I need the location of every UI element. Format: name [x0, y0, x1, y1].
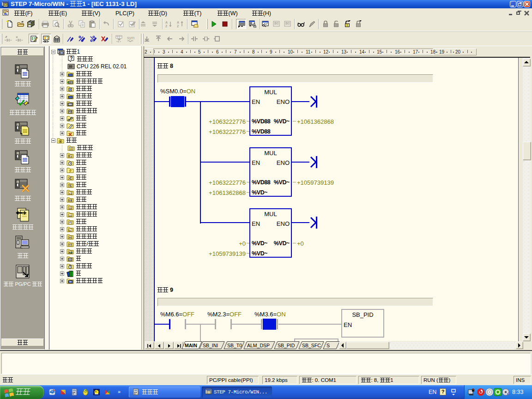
svg-text:10: 10 — [69, 207, 72, 210]
svg-text:fx: fx — [69, 229, 71, 232]
svg-text:MAIN: MAIN — [185, 343, 197, 348]
svg-text:?: ? — [70, 56, 73, 61]
svg-text:AB: AB — [69, 251, 73, 254]
svg-text:S: S — [326, 343, 330, 348]
svg-text:SB_PID: SB_PID — [278, 343, 295, 348]
svg-text:SB_INI: SB_INI — [203, 343, 218, 348]
svg-text:+1: +1 — [69, 192, 73, 195]
svg-text:SB_T0: SB_T0 — [227, 343, 242, 348]
svg-text:Z: Z — [177, 24, 179, 28]
svg-text:A: A — [165, 21, 168, 24]
svg-text:+x: +x — [69, 214, 72, 217]
svg-text:Z: Z — [165, 24, 168, 28]
svg-text:T: T — [346, 24, 348, 27]
svg-text:ALM_DSP: ALM_DSP — [247, 343, 270, 348]
svg-text:sym: sym — [127, 36, 134, 40]
svg-text:A: A — [177, 21, 179, 24]
svg-text:SB_SFC: SB_SFC — [302, 343, 321, 348]
